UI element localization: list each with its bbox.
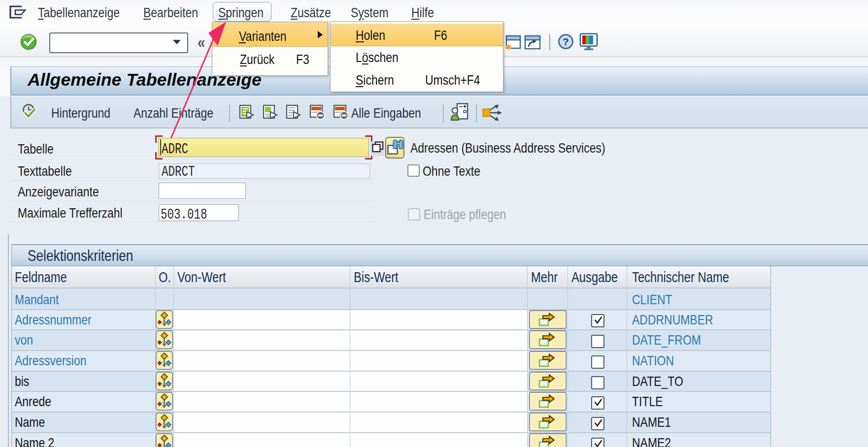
svg-text:?: ?: [563, 36, 569, 47]
